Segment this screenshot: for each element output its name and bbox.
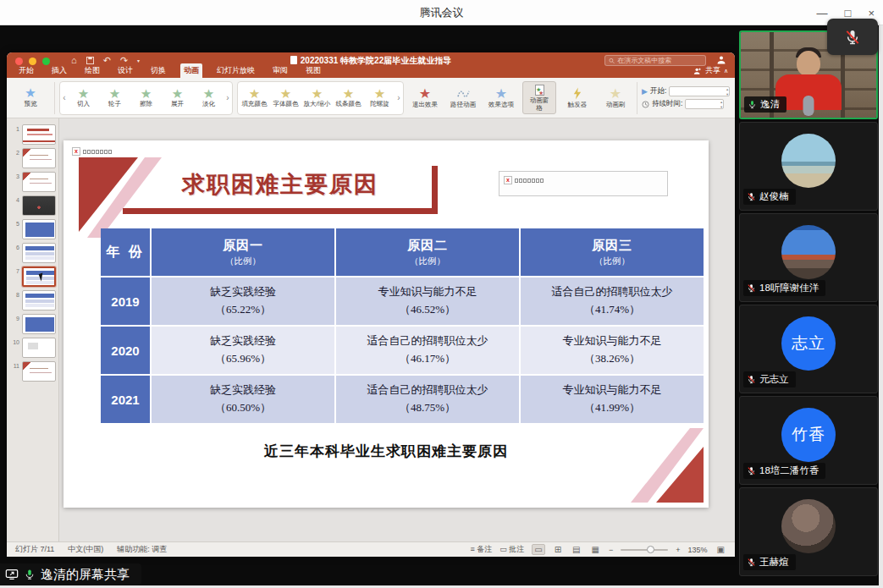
thumbnail-slide-10[interactable]: 10 bbox=[12, 338, 58, 358]
minimize-icon[interactable]: — bbox=[817, 7, 828, 19]
tab-view[interactable]: 视图 bbox=[302, 63, 324, 78]
sidebar-scrollbar[interactable] bbox=[879, 25, 883, 585]
participant-tile[interactable]: 志立 元志立 bbox=[739, 305, 878, 393]
motion-path-button[interactable]: 路径动画 bbox=[446, 86, 480, 109]
zoom-out-icon[interactable]: − bbox=[609, 546, 613, 554]
effect-fill-color[interactable]: ★填充颜色 bbox=[239, 87, 270, 108]
gallery-right-icon[interactable]: › bbox=[224, 93, 231, 102]
add-person-icon bbox=[693, 67, 702, 75]
window-titlebar: 腾讯会议 — □ × bbox=[0, 0, 883, 25]
path-squiggle-icon bbox=[456, 88, 471, 99]
tab-slideshow[interactable]: 幻灯片放映 bbox=[213, 63, 258, 78]
effect-wipe-in[interactable]: ★切入 bbox=[68, 87, 99, 108]
animation-painter-button[interactable]: ★ 动画刷 bbox=[599, 86, 632, 109]
thumbnail-slide-5[interactable]: 5 bbox=[12, 219, 58, 239]
effect-line-color[interactable]: ★线条颜色 bbox=[333, 87, 364, 108]
participant-tile[interactable]: 竹香 18培二潘竹香 bbox=[739, 396, 878, 485]
gallery-right-icon[interactable]: › bbox=[395, 93, 402, 102]
effect-options-button[interactable]: ★ 效果选项 bbox=[484, 86, 518, 109]
tab-insert[interactable]: 插入 bbox=[48, 63, 70, 78]
corner-decoration-top-left bbox=[79, 157, 174, 238]
table-header-reason2: 原因二 bbox=[407, 238, 448, 254]
tab-animations[interactable]: 动画 bbox=[180, 63, 202, 78]
mic-muted-icon bbox=[747, 283, 756, 293]
thumbnail-slide-4[interactable]: 4 bbox=[12, 195, 58, 216]
animation-pane-button[interactable]: ★★ 动画窗格 bbox=[522, 81, 556, 113]
maximize-icon[interactable]: □ bbox=[845, 7, 852, 19]
timing-group: ▶ 开始: ▴▾ 持续时间: ▴▾ bbox=[642, 86, 730, 109]
duration-field[interactable]: ▴▾ bbox=[685, 99, 724, 109]
thumbnail-slide-9[interactable]: 9 bbox=[12, 314, 58, 334]
thumbnail-slide-7-selected[interactable]: 7 bbox=[12, 267, 58, 287]
accessibility-status[interactable]: 辅助功能: 调查 bbox=[117, 544, 167, 555]
thumbnail-slide-3[interactable]: 3 bbox=[12, 172, 58, 192]
effect-fade[interactable]: ★淡化 bbox=[193, 87, 224, 108]
self-mute-indicator[interactable] bbox=[827, 19, 878, 55]
zoom-slider[interactable] bbox=[621, 549, 668, 551]
normal-view-icon[interactable]: ▭ bbox=[532, 544, 544, 555]
language-status[interactable]: 中文(中国) bbox=[68, 544, 103, 555]
participant-name: 元志立 bbox=[759, 373, 789, 386]
collapse-ribbon-icon[interactable]: ∧ bbox=[724, 68, 728, 74]
entrance-star-icon: ★ bbox=[172, 87, 183, 100]
tab-design[interactable]: 设计 bbox=[114, 63, 136, 78]
exit-effects-button[interactable]: ★ 退出效果 bbox=[408, 86, 442, 109]
thumbnail-slide-2[interactable]: 2 bbox=[12, 148, 58, 168]
zoom-level[interactable]: 135% bbox=[688, 546, 708, 554]
screen-share-icon bbox=[5, 568, 19, 581]
lightning-icon bbox=[573, 87, 582, 100]
mic-active-icon bbox=[24, 569, 36, 580]
slide-table[interactable]: 年 份 原因一（比例） 原因二（比例） 原因三（比例） 2019 缺乏实践经验（… bbox=[101, 228, 704, 423]
thumbnail-slide-11[interactable]: 11 bbox=[12, 361, 58, 382]
slide-canvas[interactable]: x 求职困难主要原因 x bbox=[63, 140, 709, 508]
table-row-year: 2020 bbox=[101, 327, 150, 374]
preview-button[interactable]: ★ 预览 bbox=[11, 87, 50, 108]
table-header-reason3: 原因三 bbox=[592, 238, 632, 254]
effect-spin[interactable]: ★陀螺旋 bbox=[364, 87, 395, 108]
search-input[interactable] bbox=[617, 57, 702, 64]
effect-expand[interactable]: ★展开 bbox=[162, 87, 193, 108]
effect-font-color[interactable]: ★字体颜色 bbox=[270, 87, 301, 108]
duration-label: 持续时间: bbox=[652, 99, 682, 109]
thumbnail-slide-8[interactable]: 8 bbox=[12, 290, 58, 310]
account-icon[interactable] bbox=[716, 55, 726, 65]
stepper-icon[interactable]: ▴▾ bbox=[720, 100, 722, 109]
participant-name-chip: 元志立 bbox=[743, 371, 796, 387]
tab-draw[interactable]: 绘图 bbox=[81, 63, 103, 78]
effect-wheel[interactable]: ★轮子 bbox=[99, 87, 130, 108]
close-icon[interactable]: × bbox=[868, 7, 875, 19]
share-button[interactable]: 共享 ∧ bbox=[693, 65, 728, 78]
shared-powerpoint-window: ⌂ ↶ ↷ ▾ 20220331 特教学院22届毕业生就业指导 开始 插入 bbox=[7, 52, 735, 557]
zoom-in-icon[interactable]: + bbox=[676, 546, 680, 554]
start-label: 开始: bbox=[650, 86, 666, 96]
media-placeholder-box[interactable]: x bbox=[499, 171, 668, 196]
trigger-button[interactable]: 触发器 bbox=[560, 86, 594, 109]
thumbnail-slide-1[interactable]: 1 bbox=[12, 124, 58, 145]
gallery-left-icon[interactable]: ‹ bbox=[61, 93, 68, 102]
participant-tile[interactable]: 18听障谢佳洋 bbox=[739, 213, 878, 302]
tab-transitions[interactable]: 切换 bbox=[147, 63, 169, 78]
effect-grow-shrink[interactable]: ★放大/缩小 bbox=[301, 87, 333, 108]
missing-media-placeholder: x bbox=[504, 176, 544, 184]
zoom-slider-knob[interactable] bbox=[647, 546, 654, 553]
stepper-icon[interactable]: ▴▾ bbox=[726, 87, 728, 96]
mic-muted-icon bbox=[747, 375, 756, 384]
tab-review[interactable]: 审阅 bbox=[269, 63, 291, 78]
notes-toggle[interactable]: ≡ 备注 bbox=[470, 544, 492, 555]
comments-toggle[interactable]: ▭ 批注 bbox=[499, 544, 524, 555]
effect-wipe[interactable]: ★擦除 bbox=[130, 87, 162, 108]
slideshow-icon[interactable]: ▦ bbox=[590, 545, 601, 554]
table-cell: 专业知识与能力不足（38.26%） bbox=[521, 327, 704, 374]
tab-home[interactable]: 开始 bbox=[15, 63, 37, 78]
participant-tile[interactable]: 王赫煊 bbox=[739, 487, 878, 576]
fit-to-window-icon[interactable]: ▣ bbox=[715, 545, 726, 554]
participant-tile[interactable]: 赵俊楠 bbox=[739, 122, 878, 211]
start-dropdown[interactable]: ▴▾ bbox=[669, 86, 730, 96]
table-row-year: 2021 bbox=[101, 376, 150, 423]
slide-sorter-icon[interactable]: ⊞ bbox=[553, 545, 563, 554]
reading-view-icon[interactable]: ▤ bbox=[571, 545, 582, 554]
search-box[interactable] bbox=[604, 55, 706, 66]
mic-muted-icon bbox=[844, 29, 861, 46]
participant-name: 18培二潘竹香 bbox=[759, 464, 819, 477]
thumbnail-slide-6[interactable]: 6 bbox=[12, 243, 58, 263]
